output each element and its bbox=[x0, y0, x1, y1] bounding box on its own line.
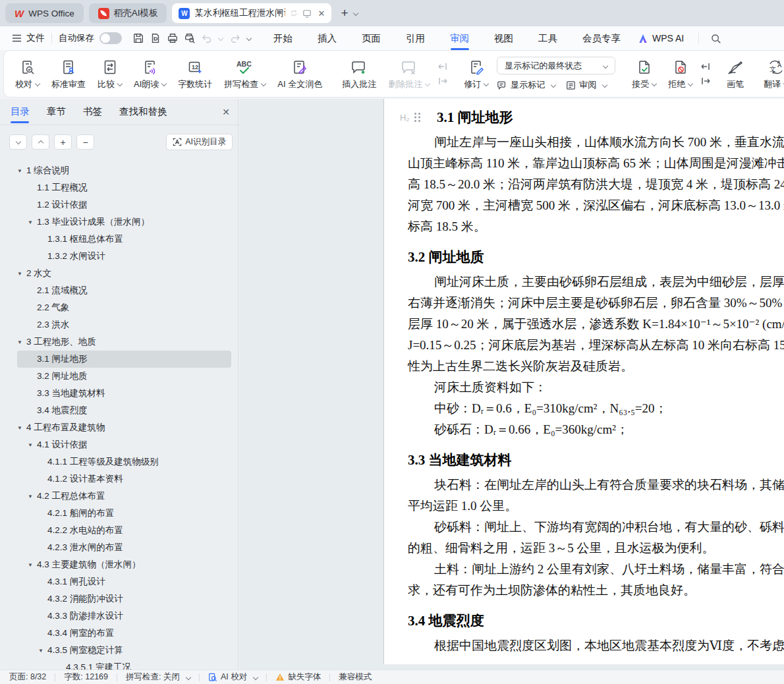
compare-button[interactable]: 比较 bbox=[92, 54, 128, 94]
menu-tab-insert[interactable]: 插入 bbox=[318, 28, 337, 49]
expand-arrow-icon[interactable]: ▼ bbox=[17, 339, 26, 345]
track-changes-button[interactable]: 修订 bbox=[458, 54, 494, 94]
quick-access-caret-icon[interactable] bbox=[246, 36, 252, 41]
toc-item-4.3.1[interactable]: 4.3.1 闸孔设计 bbox=[17, 573, 231, 590]
ai-polish-button[interactable]: AI 全文润色 bbox=[271, 54, 328, 94]
document-page[interactable]: H₂ 3.1 闸址地形闸址左岸与一座山头相接，山体顺水流方向长 700 米，垂直… bbox=[383, 99, 784, 664]
zoom-in-toc-button[interactable]: + bbox=[54, 134, 72, 150]
expand-arrow-icon[interactable]: ▼ bbox=[28, 562, 37, 568]
expand-arrow-icon[interactable]: ▼ bbox=[28, 442, 37, 448]
hamburger-menu-icon[interactable] bbox=[8, 30, 25, 46]
doc-content[interactable]: 3.1 闸址地形闸址左岸与一座山头相接，山体顺水流方向长 700 米，垂直水流方… bbox=[408, 107, 784, 656]
insert-comment-button[interactable]: 插入批注 bbox=[336, 54, 382, 94]
toc-item-2.3[interactable]: 2.3 洪水 bbox=[17, 316, 231, 333]
missing-font-warning[interactable]: 缺失字体 bbox=[275, 671, 321, 683]
toc-item-4.2[interactable]: ▼4.2 工程总体布置 bbox=[17, 488, 231, 505]
zoom-out-toc-button[interactable]: − bbox=[76, 134, 94, 150]
expand-arrow-icon[interactable]: ▼ bbox=[17, 168, 26, 174]
menu-tab-review[interactable]: 审阅 bbox=[450, 28, 469, 49]
expand-arrow-icon[interactable]: ▼ bbox=[38, 648, 47, 654]
expand-arrow-icon[interactable]: ▼ bbox=[17, 425, 26, 431]
compat-mode-indicator[interactable]: 兼容模式 bbox=[339, 671, 372, 683]
word-count-button[interactable]: 12 字数统计 bbox=[172, 54, 218, 94]
save-button[interactable] bbox=[130, 30, 147, 46]
toc-item-4.3.2[interactable]: 4.3.2 消能防冲设计 bbox=[17, 590, 231, 608]
spell-check-button[interactable]: ABC 拼写检查 bbox=[218, 54, 271, 94]
translate-button[interactable]: 文A 翻译 bbox=[758, 54, 784, 94]
review-pane-button[interactable]: 审阅 bbox=[566, 79, 607, 91]
menu-tab-member[interactable]: 会员专享 bbox=[582, 28, 621, 49]
toc-item-4.3.4[interactable]: 4.3.4 闸室的布置 bbox=[17, 625, 231, 642]
toc-item-1.3[interactable]: ▼1.3 毕业设计成果（泄水闸） bbox=[17, 214, 231, 231]
toc-item-4.1.2[interactable]: 4.1.2 设计基本资料 bbox=[17, 470, 231, 488]
show-markup-button[interactable]: 显示标记 bbox=[497, 79, 555, 91]
menu-tab-page[interactable]: 页面 bbox=[362, 28, 381, 49]
toc-item-3.1[interactable]: 3.1 闸址地形 bbox=[17, 351, 231, 368]
menu-tab-tools[interactable]: 工具 bbox=[538, 28, 557, 49]
search-icon[interactable] bbox=[707, 30, 724, 46]
ai-read-button[interactable]: AI朗读 bbox=[128, 54, 172, 94]
prev-revision-icon[interactable] bbox=[700, 62, 711, 71]
expand-arrow-icon[interactable]: ▼ bbox=[17, 271, 26, 277]
toc-item-4.2.1[interactable]: 4.2.1 船闸的布置 bbox=[17, 505, 231, 522]
standard-check-button[interactable]: 标准审查 bbox=[45, 54, 92, 94]
toc-item-2.1[interactable]: 2.1 流域概况 bbox=[17, 282, 231, 299]
accept-button[interactable]: 接受 bbox=[626, 54, 662, 94]
spell-check-status[interactable]: 拼写检查: 关闭 bbox=[126, 671, 190, 683]
toc-item-1.2[interactable]: 1.2 设计依据 bbox=[17, 196, 231, 214]
toc-item-4.3.5.1[interactable]: 4.3.5.1 完建工况 bbox=[17, 659, 231, 670]
toc-item-1.1[interactable]: 1.1 工程概况 bbox=[17, 179, 231, 196]
toc-item-3.3[interactable]: 3.3 当地建筑材料 bbox=[17, 385, 231, 402]
ink-pen-button[interactable]: 画笔 bbox=[721, 54, 750, 94]
toc-item-4.1[interactable]: ▼4.1 设计依据 bbox=[17, 436, 231, 453]
menu-tab-view[interactable]: 视图 bbox=[494, 28, 513, 49]
toc-item-3[interactable]: ▼3 工程地形、地质 bbox=[17, 333, 231, 351]
expand-all-button[interactable] bbox=[9, 134, 27, 150]
next-revision-icon[interactable] bbox=[700, 76, 711, 86]
toc-item-2[interactable]: ▼2 水文 bbox=[17, 265, 231, 282]
print-button[interactable] bbox=[164, 30, 181, 46]
tab-bookmarks[interactable]: 书签 bbox=[83, 100, 102, 123]
markup-state-dropdown[interactable]: 显示标记的最终状态 bbox=[497, 57, 615, 74]
close-tab-icon[interactable]: ✕ bbox=[318, 9, 325, 18]
reject-button[interactable]: 拒绝 bbox=[662, 54, 698, 94]
toc-item-4.3[interactable]: ▼4.3 主要建筑物（泄水闸） bbox=[17, 556, 231, 573]
export-pdf-button[interactable] bbox=[147, 30, 164, 46]
toc-item-4.2.3[interactable]: 4.2.3 泄水闸的布置 bbox=[17, 539, 231, 556]
file-menu[interactable]: 文件 bbox=[26, 32, 45, 44]
toc-item-4.2.2[interactable]: 4.2.2 水电站的布置 bbox=[17, 522, 231, 539]
wps-ai-button[interactable]: WPS AI bbox=[638, 33, 684, 43]
autosave-toggle[interactable] bbox=[99, 32, 122, 44]
toc-item-3.4[interactable]: 3.4 地震烈度 bbox=[17, 402, 231, 419]
toc-item-3.2[interactable]: 3.2 闸址地质 bbox=[17, 368, 231, 385]
app-tab-docer-templates[interactable]: 稻壳AI模板 bbox=[89, 3, 167, 23]
toc-item-4.1.1[interactable]: 4.1.1 工程等级及建筑物级别 bbox=[17, 453, 231, 470]
screen-share-icon[interactable] bbox=[302, 9, 312, 18]
collapse-all-button[interactable] bbox=[32, 134, 49, 150]
toc-item-1.3.1[interactable]: 1.3.1 枢纽总体布置 bbox=[17, 231, 231, 248]
toc-item-1[interactable]: ▼1 综合说明 bbox=[17, 162, 231, 179]
proofread-button[interactable]: 校对 bbox=[9, 54, 45, 94]
tab-list-caret-icon[interactable] bbox=[353, 11, 358, 16]
print-preview-button[interactable] bbox=[181, 30, 198, 46]
toc-item-4[interactable]: ▼4 工程布置及建筑物 bbox=[17, 419, 231, 436]
tab-find-replace[interactable]: 查找和替换 bbox=[119, 100, 167, 123]
close-pane-icon[interactable]: ✕ bbox=[222, 107, 230, 117]
word-count-indicator[interactable]: 字数: 12169 bbox=[64, 671, 108, 683]
expand-arrow-icon[interactable]: ▼ bbox=[28, 219, 37, 225]
ai-proofread-status[interactable]: AI 校对 bbox=[208, 671, 258, 683]
tab-contents[interactable]: 目录 bbox=[11, 100, 30, 123]
toc-item-4.3.3[interactable]: 4.3.3 防渗排水设计 bbox=[17, 608, 231, 625]
menu-tab-start[interactable]: 开始 bbox=[273, 28, 293, 49]
pane-scrollbar[interactable] bbox=[238, 99, 238, 670]
expand-arrow-icon[interactable]: ▼ bbox=[28, 494, 37, 499]
tab-chapters[interactable]: 章节 bbox=[47, 100, 66, 123]
document-tab[interactable]: W 某水利枢纽工程泄水闸设计 ✕ bbox=[172, 3, 331, 23]
toc-item-4.3.5[interactable]: ▼4.3.5 闸室稳定计算 bbox=[17, 642, 231, 659]
new-tab-button[interactable]: + bbox=[341, 6, 348, 20]
menu-tab-reference[interactable]: 引用 bbox=[406, 28, 425, 49]
app-tab-wps-office[interactable]: W WPS Office bbox=[5, 3, 84, 23]
ai-recognize-toc-button[interactable]: AI识别目录 bbox=[166, 134, 233, 150]
toc-item-2.2[interactable]: 2.2 气象 bbox=[17, 299, 231, 316]
toc-item-1.3.2[interactable]: 1.3.2 水闸设计 bbox=[17, 248, 231, 265]
